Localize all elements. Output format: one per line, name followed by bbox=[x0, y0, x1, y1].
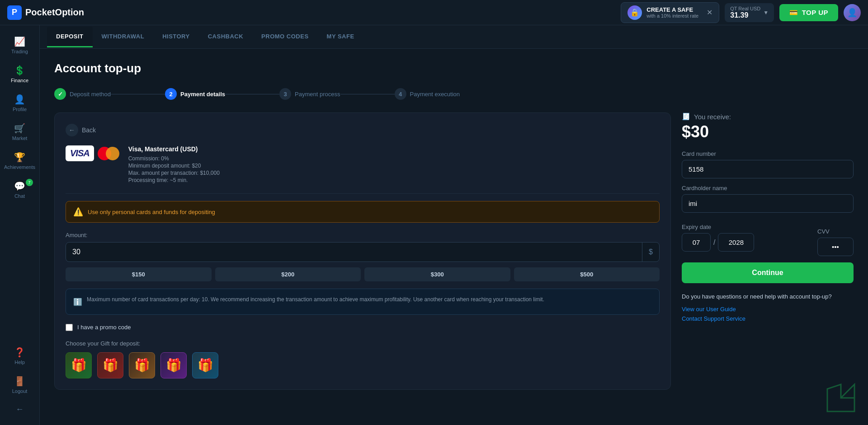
logo-prefix: Pocket bbox=[25, 7, 55, 17]
tab-deposit[interactable]: DEPOSIT bbox=[47, 27, 93, 47]
payment-method-row: VISA Visa, Mastercard (USD) Commission: … bbox=[66, 145, 660, 194]
tab-history[interactable]: HISTORY bbox=[153, 27, 199, 47]
tab-promo-codes[interactable]: PROMO CODES bbox=[252, 27, 317, 47]
content-area: DEPOSIT WITHDRAWAL HISTORY CASHBACK PROM… bbox=[40, 25, 868, 425]
page-title: Account top-up bbox=[54, 61, 854, 75]
finance-icon: 💲 bbox=[14, 65, 25, 76]
profile-icon: 👤 bbox=[14, 94, 25, 105]
preset-200[interactable]: $200 bbox=[215, 267, 361, 281]
account-balance: 31.39 bbox=[730, 11, 760, 19]
support-link[interactable]: Contact Support Service bbox=[682, 315, 854, 322]
warning-box: ⚠️ Use only personal cards and funds for… bbox=[66, 201, 660, 223]
cvv-label: CVV bbox=[817, 228, 854, 235]
cvv-group: CVV bbox=[817, 228, 854, 256]
step-3-label: Payment process bbox=[295, 91, 340, 98]
tab-my-safe[interactable]: MY SAFE bbox=[318, 27, 363, 47]
cardholder-group: Cardholder name bbox=[682, 185, 854, 213]
back-button[interactable]: ← Back bbox=[66, 124, 660, 136]
gift-box-4[interactable]: 🎁 bbox=[160, 352, 187, 378]
tab-cashback[interactable]: CASHBACK bbox=[199, 27, 252, 47]
sidebar-bottom: ❓ Help 🚪 Logout ← bbox=[0, 341, 39, 420]
mc-circle-orange bbox=[106, 147, 119, 160]
main-grid: ← Back VISA Visa, Maste bbox=[54, 112, 854, 390]
sidebar-arrow-icon[interactable]: ← bbox=[10, 399, 29, 420]
sidebar-label-market: Market bbox=[12, 135, 28, 141]
step-1: ✓ Deposit method bbox=[54, 88, 111, 100]
sidebar-item-chat[interactable]: 7 💬 Chat bbox=[0, 175, 39, 204]
gift-box-3[interactable]: 🎁 bbox=[129, 352, 155, 378]
promo-row: I have a promo code bbox=[66, 324, 660, 331]
safe-icon: 🔒 bbox=[627, 5, 642, 20]
main-layout: 📈 Trading 💲 Finance 👤 Profile 🛒 Market 🏆… bbox=[0, 25, 868, 425]
sidebar-label-finance: Finance bbox=[11, 78, 28, 83]
logout-icon: 🚪 bbox=[14, 376, 25, 387]
max-amount-info: Max. amount per transaction: $10,000 bbox=[128, 170, 220, 176]
safe-banner[interactable]: 🔒 CREATE A SAFE with a 10% interest rate… bbox=[621, 2, 719, 23]
avatar[interactable]: 👤 bbox=[844, 4, 861, 21]
sidebar-item-market[interactable]: 🛒 Market bbox=[0, 117, 39, 146]
commission-info: Commission: 0% bbox=[128, 155, 220, 162]
account-type-label: QT Real USD bbox=[730, 6, 760, 11]
nav-tabs: DEPOSIT WITHDRAWAL HISTORY CASHBACK PROM… bbox=[40, 25, 868, 49]
step-3-circle: 3 bbox=[279, 88, 291, 100]
mastercard-logo bbox=[98, 147, 119, 160]
achievements-icon: 🏆 bbox=[14, 152, 25, 163]
receive-amount: $30 bbox=[682, 122, 854, 141]
sidebar-label-achievements: Achievements bbox=[4, 164, 35, 170]
sidebar-item-achievements[interactable]: 🏆 Achievements bbox=[0, 146, 39, 175]
gift-box-2[interactable]: 🎁 bbox=[97, 352, 123, 378]
sidebar-item-help[interactable]: ❓ Help bbox=[0, 341, 39, 370]
topbar-right: 🔒 CREATE A SAFE with a 10% interest rate… bbox=[621, 2, 861, 23]
page-content: Account top-up ✓ Deposit method 2 Paymen… bbox=[40, 49, 868, 425]
preset-500[interactable]: $500 bbox=[514, 267, 660, 281]
step-4-circle: 4 bbox=[395, 88, 406, 100]
bottom-logo bbox=[823, 380, 859, 416]
payment-method-name: Visa, Mastercard (USD) bbox=[128, 145, 220, 153]
gift-box-1[interactable]: 🎁 bbox=[66, 352, 92, 378]
preset-150[interactable]: $150 bbox=[66, 267, 212, 281]
topup-button[interactable]: 💳 TOP UP bbox=[779, 4, 838, 21]
step-2: 2 Payment details bbox=[165, 88, 225, 100]
cardholder-input[interactable] bbox=[682, 194, 854, 213]
preset-300[interactable]: $300 bbox=[364, 267, 510, 281]
user-guide-link[interactable]: View our User Guide bbox=[682, 306, 854, 313]
tab-withdrawal[interactable]: WITHDRAWAL bbox=[93, 27, 154, 47]
sidebar-item-profile[interactable]: 👤 Profile bbox=[0, 89, 39, 117]
trading-icon: 📈 bbox=[14, 36, 25, 47]
expiry-month-input[interactable] bbox=[682, 233, 711, 252]
promo-checkbox[interactable] bbox=[66, 324, 73, 331]
card-number-input[interactable] bbox=[682, 160, 854, 178]
card-number-group: Card number bbox=[682, 150, 854, 178]
step-4-label: Payment execution bbox=[410, 91, 460, 98]
sidebar-item-finance[interactable]: 💲 Finance bbox=[0, 60, 39, 89]
sidebar-item-trading[interactable]: 📈 Trading bbox=[0, 31, 39, 60]
sidebar-label-logout: Logout bbox=[12, 388, 28, 394]
sidebar-label-trading: Trading bbox=[11, 49, 28, 54]
min-deposit-info: Minimum deposit amount: $20 bbox=[128, 163, 220, 169]
expiry-year-input[interactable] bbox=[718, 233, 754, 252]
payment-details-text: Visa, Mastercard (USD) Commission: 0% Mi… bbox=[128, 145, 220, 184]
info-icon: ℹ️ bbox=[73, 296, 82, 308]
sidebar-label-help: Help bbox=[14, 360, 25, 365]
expiry-inputs: / bbox=[682, 233, 813, 252]
gift-box-5[interactable]: 🎁 bbox=[192, 352, 218, 378]
help-section: Do you have questions or need help with … bbox=[682, 292, 854, 322]
warning-text: Use only personal cards and funds for de… bbox=[88, 209, 215, 215]
safe-info: CREATE A SAFE with a 10% interest rate bbox=[646, 6, 698, 19]
cvv-input[interactable] bbox=[817, 238, 854, 256]
continue-button[interactable]: Continue bbox=[682, 262, 854, 283]
step-1-circle: ✓ bbox=[54, 88, 66, 100]
you-receive-label: 🧾 You receive: bbox=[682, 112, 854, 121]
topbar: P PocketOption 🔒 CREATE A SAFE with a 10… bbox=[0, 0, 868, 25]
safe-close-button[interactable]: ✕ bbox=[707, 8, 712, 17]
sidebar-item-logout[interactable]: 🚪 Logout bbox=[0, 370, 39, 399]
chevron-down-icon[interactable]: ▼ bbox=[763, 9, 769, 16]
processing-time-info: Processing time: ~5 min. bbox=[128, 177, 220, 183]
preset-amounts: $150 $200 $300 $500 bbox=[66, 267, 660, 281]
help-title: Do you have questions or need help with … bbox=[682, 292, 854, 301]
logo: P PocketOption bbox=[7, 5, 84, 20]
sidebar-label-chat: Chat bbox=[14, 193, 25, 199]
amount-input[interactable] bbox=[66, 243, 642, 262]
promo-label: I have a promo code bbox=[77, 324, 131, 331]
warning-icon: ⚠️ bbox=[73, 207, 83, 217]
